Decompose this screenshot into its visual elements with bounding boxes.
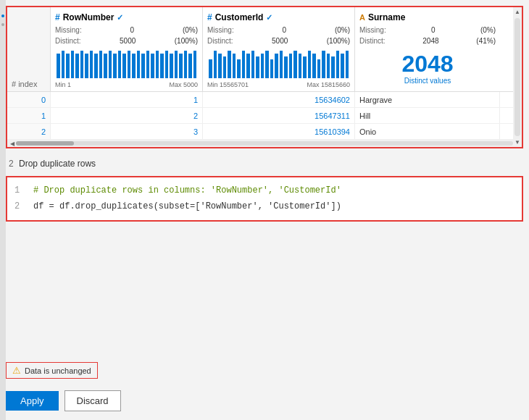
col-title-customerid: # CustomerId ✓	[207, 10, 350, 25]
surname-distinct-label: Distinct values	[359, 77, 496, 85]
code-comment-1: # Drop duplicate rows in columns: 'RowNu…	[33, 183, 341, 199]
vertical-scrollbar[interactable]: ▲ ▼	[513, 7, 522, 147]
customerid-distinct-pct: (100%)	[327, 35, 350, 46]
rownumber-distinct-pct: (100%)	[175, 35, 198, 46]
code-block: 1 # Drop duplicate rows in columns: 'Row…	[6, 176, 523, 222]
spacer	[0, 227, 529, 359]
customerid-minmax: Min 15565701 Max 15815660	[207, 81, 350, 88]
distinct-label2: Distinct:	[207, 35, 233, 46]
horizontal-scrollbar[interactable]: ◀ ▶	[7, 140, 522, 147]
scroll-track[interactable]	[515, 18, 520, 136]
surname-missing-pct: (0%)	[480, 25, 496, 35]
cell-index-1: 1	[7, 108, 51, 123]
customerid-min: Min 15565701	[207, 81, 249, 88]
col-type-icon-customerid: #	[207, 12, 212, 22]
scroll-up-arrow[interactable]: ▲	[515, 7, 520, 17]
rownumber-missing-count: 0	[130, 25, 135, 35]
rownumber-missing-pct: (0%)	[183, 25, 198, 35]
line-num-1: 1	[14, 183, 25, 199]
missing-label3: Missing:	[359, 25, 386, 35]
cell-customerid-2: 15610394	[203, 124, 355, 139]
left-nav	[0, 0, 6, 420]
col-check-icon-rownumber: ✓	[117, 13, 123, 22]
rownumber-minmax: Min 1 Max 5000	[55, 81, 198, 88]
step-section: 2 Drop duplicate rows	[0, 154, 529, 173]
col-header-rownumber: # RowNumber ✓ Missing: 0 (0%) Distinc	[51, 7, 203, 91]
grid-header-row: # index # RowNumber ✓ Missing:	[7, 7, 522, 92]
status-badge: ⚠ Data is unchanged	[6, 362, 98, 379]
col-title-rownumber: # RowNumber ✓	[55, 10, 198, 25]
rownumber-max: Max 5000	[169, 81, 198, 88]
cell-surname-1: Hill	[355, 108, 500, 123]
cell-rownumber-2: 3	[51, 124, 203, 139]
surname-missing-count: 0	[431, 25, 436, 35]
status-text: Data is unchanged	[25, 366, 91, 375]
step-number: 2	[9, 159, 14, 169]
discard-button[interactable]: Discard	[64, 390, 121, 411]
col-label-rownumber: RowNumber	[63, 12, 114, 22]
warning-icon: ⚠	[12, 365, 21, 376]
customerid-max: Max 15815660	[307, 81, 350, 88]
rownumber-min: Min 1	[55, 81, 71, 88]
col-header-surname: A Surname Missing: 0 (0%) Distinct:	[355, 7, 500, 91]
distinct-label3: Distinct:	[359, 35, 386, 46]
cell-customerid-1: 15647311	[203, 108, 355, 123]
scroll-down-arrow[interactable]: ▼	[515, 138, 520, 147]
customerid-distinct-count: 5000	[272, 35, 288, 46]
data-grid: # index # RowNumber ✓ Missing:	[6, 6, 523, 148]
button-row: Apply Discard	[0, 385, 529, 420]
scroll-track-h[interactable]	[16, 141, 513, 146]
col-header-index: # index	[7, 7, 51, 91]
col-stats-rownumber: Missing: 0 (0%) Distinct: 5000 (100%)	[55, 25, 198, 46]
col-stats-customerid: Missing: 0 (0%) Distinct: 5000 (100%)	[207, 25, 350, 46]
missing-label: Missing:	[55, 25, 82, 35]
distinct-label: Distinct:	[55, 35, 81, 46]
table-row: 2 3 15610394 Onio	[7, 124, 522, 140]
cell-rownumber-0: 1	[51, 92, 203, 107]
col-type-icon-surname: A	[359, 13, 365, 22]
line-num-2: 2	[14, 199, 25, 215]
cell-customerid-0: 15634602	[203, 92, 355, 107]
code-line-1: 1 # Drop duplicate rows in columns: 'Row…	[14, 183, 515, 199]
code-line-2: 2 df = df.drop_duplicates(subset=['RowNu…	[14, 199, 515, 215]
table-row: 1 2 15647311 Hill	[7, 108, 522, 124]
col-type-icon-rownumber: #	[55, 12, 60, 22]
col-label-customerid: CustomerId	[215, 12, 264, 22]
cell-rownumber-1: 2	[51, 108, 203, 123]
customerid-missing-count: 0	[283, 25, 287, 35]
col-check-icon-customerid: ✓	[266, 13, 272, 22]
surname-distinct-count: 2048	[422, 35, 438, 46]
nav-indicator	[1, 23, 4, 26]
col-index-label: # index	[12, 80, 37, 88]
customerid-bar-chart	[207, 49, 350, 78]
table-row: 0 1 15634602 Hargrave	[7, 92, 522, 108]
code-text-2: df = df.drop_duplicates(subset=['RowNumb…	[33, 199, 341, 215]
missing-label2: Missing:	[207, 25, 234, 35]
cell-index-2: 2	[7, 124, 51, 139]
content-area: # index # RowNumber ✓ Missing:	[0, 0, 529, 420]
status-section: ⚠ Data is unchanged	[6, 362, 523, 379]
cell-index-0: 0	[7, 92, 51, 107]
col-stats-surname: Missing: 0 (0%) Distinct: 2048 (41%)	[359, 25, 496, 46]
grid-data: 0 1 15634602 Hargrave 1 2 15647311 Hill …	[7, 92, 522, 140]
rownumber-distinct-count: 5000	[120, 35, 136, 46]
cell-surname-0: Hargrave	[355, 92, 500, 107]
customerid-missing-pct: (0%)	[335, 25, 350, 35]
scroll-thumb-h[interactable]	[16, 141, 74, 146]
apply-button[interactable]: Apply	[6, 391, 59, 411]
col-header-customerid: # CustomerId ✓ Missing: 0 (0%) Distin	[203, 7, 355, 91]
scroll-left-arrow[interactable]: ◀	[9, 140, 16, 147]
col-title-surname: A Surname	[359, 10, 496, 25]
surname-distinct-large: 2048	[359, 52, 496, 75]
cell-surname-2: Onio	[355, 124, 500, 139]
nav-indicator	[1, 14, 4, 17]
surname-distinct-pct: (41%)	[476, 35, 496, 46]
col-label-surname: Surname	[368, 12, 405, 22]
step-label: Drop duplicate rows	[19, 159, 96, 169]
rownumber-bar-chart	[55, 49, 198, 78]
